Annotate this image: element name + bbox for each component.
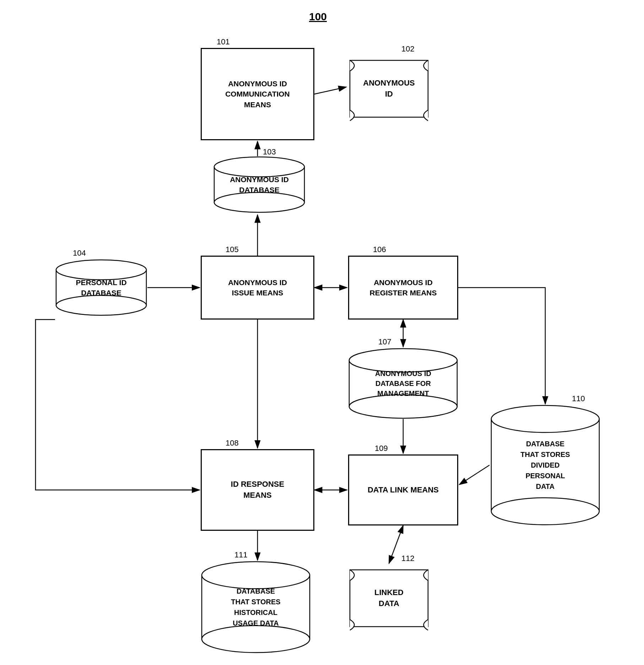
node-112-text: LINKEDDATA (348, 565, 430, 632)
label-110: 110 (572, 394, 585, 403)
label-108: 108 (226, 438, 239, 448)
label-107: 107 (378, 337, 391, 347)
svg-line-11 (459, 465, 489, 485)
node-103-text: ANONYMOUS IDDATABASE (213, 156, 305, 213)
node-110: DATABASETHAT STORESDIVIDEDPERSONALDATA (490, 405, 600, 525)
node-106-text: ANONYMOUS IDREGISTER MEANS (369, 277, 437, 298)
node-107: ANONYMOUS IDDATABASE FORMANAGEMENT (348, 348, 458, 419)
svg-line-2 (314, 87, 346, 94)
label-104: 104 (73, 249, 86, 258)
label-103: 103 (263, 147, 276, 157)
node-110-text: DATABASETHAT STORESDIVIDEDPERSONALDATA (490, 405, 600, 525)
arrows-svg (0, 0, 644, 665)
node-101: ANONYMOUS IDCOMMUNICATIONMEANS (201, 48, 314, 140)
node-102-text: ANONYMOUSID (348, 55, 430, 122)
label-111: 111 (234, 550, 248, 560)
node-101-text: ANONYMOUS IDCOMMUNICATIONMEANS (225, 78, 290, 110)
node-104-text: PERSONAL IDDATABASE (55, 259, 147, 316)
node-105-text: ANONYMOUS IDISSUE MEANS (228, 277, 287, 298)
svg-line-13 (389, 525, 403, 563)
node-108: ID RESPONSEMEANS (201, 449, 314, 531)
label-105: 105 (226, 245, 239, 254)
node-111-text: DATABASETHAT STORESHISTORICALUSAGE DATA (201, 561, 311, 653)
diagram-container: 100 (0, 0, 644, 665)
node-103: ANONYMOUS IDDATABASE (213, 156, 305, 213)
node-109-text: DATA LINK MEANS (368, 485, 439, 496)
diagram-title: 100 (309, 11, 327, 23)
node-111: DATABASETHAT STORESHISTORICALUSAGE DATA (201, 561, 311, 653)
node-105: ANONYMOUS IDISSUE MEANS (201, 256, 314, 320)
label-112: 112 (401, 554, 415, 563)
node-112: LINKEDDATA (348, 565, 430, 632)
label-101: 101 (217, 37, 230, 47)
label-106: 106 (373, 245, 386, 254)
node-109: DATA LINK MEANS (348, 454, 458, 525)
node-102: ANONYMOUSID (348, 55, 430, 122)
node-106: ANONYMOUS IDREGISTER MEANS (348, 256, 458, 320)
label-102: 102 (401, 44, 415, 54)
node-107-text: ANONYMOUS IDDATABASE FORMANAGEMENT (348, 348, 458, 419)
node-104: PERSONAL IDDATABASE (55, 259, 147, 316)
node-108-text: ID RESPONSEMEANS (231, 479, 284, 501)
label-109: 109 (375, 444, 388, 453)
